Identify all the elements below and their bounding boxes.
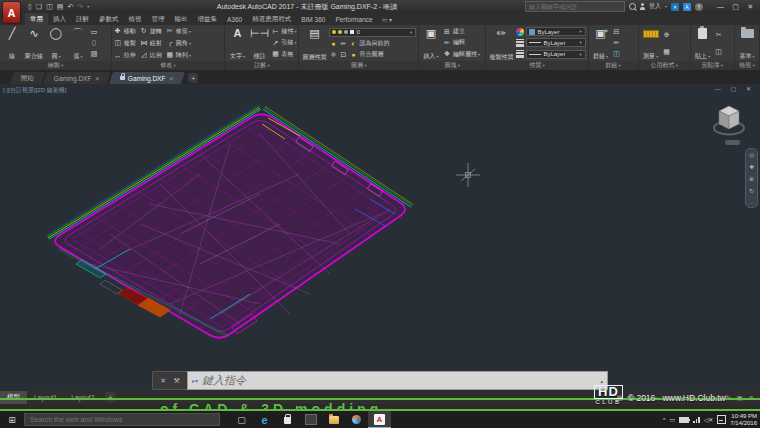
dimension-button[interactable]: ⊢⊣ 標註 <box>249 26 269 60</box>
text-button[interactable]: A 文字 <box>227 26 247 60</box>
lineweight-select[interactable]: ByLayer ▼ <box>526 38 585 47</box>
ungroup-icon[interactable]: ⊟ <box>613 28 621 36</box>
hatch-icon[interactable]: ▨ <box>90 50 98 58</box>
make-current-button[interactable]: ● ✏ ◐ 設為目前的 <box>329 40 415 48</box>
command-input[interactable]: ▸▾ 鍵入指令 ▴ <box>187 371 608 390</box>
paste-button[interactable]: 貼上 <box>693 26 713 60</box>
tab-parametric[interactable]: 參數式 <box>94 13 124 25</box>
help-search-input[interactable] <box>525 1 625 12</box>
base-button[interactable]: 基準 <box>737 26 757 60</box>
polar-toggle-icon[interactable]: ◔▾ <box>651 392 660 403</box>
wifi-icon[interactable] <box>693 417 700 423</box>
table-button[interactable]: ▦表格 <box>271 50 296 58</box>
steering-wheel-icon[interactable]: ◎ <box>749 151 754 158</box>
app-icon-dark[interactable] <box>299 411 322 428</box>
tab-output[interactable]: 輸出 <box>170 13 193 25</box>
customize-menu-icon[interactable]: ≡ <box>747 392 756 403</box>
group-button[interactable]: ▣✶ 群組 <box>591 26 611 60</box>
quick-select-icon[interactable]: ⊕ <box>663 31 671 39</box>
plot-icon[interactable]: ▤ <box>57 3 64 11</box>
insert-block-button[interactable]: ▣ 插入 <box>421 26 441 60</box>
tray-window-icon[interactable]: ▭ <box>669 416 675 423</box>
open-icon[interactable]: ❏ <box>36 3 42 11</box>
group-selection-icon[interactable]: ◫ <box>613 50 621 58</box>
fullscreen-toggle-icon[interactable]: ▣ <box>735 392 744 403</box>
edit-attributes-button[interactable]: ❖編輯屬性 <box>443 50 480 58</box>
trim-button[interactable]: ✂修剪 <box>166 27 191 35</box>
ellipse-icon[interactable]: ⬯ <box>90 39 98 47</box>
close-icon[interactable]: ✕ <box>95 75 100 82</box>
workspace-switch-icon[interactable]: ⚙▾ <box>723 392 732 403</box>
stretch-button[interactable]: ↔拉伸 <box>114 51 136 59</box>
layer-select[interactable]: 0 ▼ <box>329 28 415 37</box>
wcs-menu[interactable] <box>725 140 740 145</box>
osnap-toggle-icon[interactable]: ⊡▾ <box>675 392 684 403</box>
application-menu-button[interactable]: A <box>3 2 20 23</box>
tab-annotate[interactable]: 註解 <box>71 13 94 25</box>
tray-clock[interactable]: 10:49 PM 7/14/2016 <box>730 413 757 427</box>
minimize-button[interactable]: — <box>713 1 728 12</box>
tab-a360[interactable]: A360 <box>222 13 247 25</box>
copy-button[interactable]: ◫複製 <box>114 39 136 47</box>
viewcube[interactable] <box>711 100 747 144</box>
file-tab-gaming-2[interactable]: Gaming.DXF ✕ <box>109 72 185 84</box>
tab-view[interactable]: 檢視 <box>124 13 147 25</box>
tab-model[interactable]: 模型 <box>0 391 27 404</box>
file-tab-gaming-1[interactable]: Gaming.DXF ✕ <box>43 72 111 84</box>
signin-dropdown-icon[interactable]: ▾ <box>665 4 667 9</box>
close-icon[interactable]: ✕ <box>160 377 166 385</box>
rotate-button[interactable]: ↻旋轉 <box>140 27 162 35</box>
calculator-icon[interactable]: ▦ <box>663 48 671 56</box>
match-layer-button[interactable]: ❄ ⊡ ● 符合圖層 <box>329 51 415 59</box>
create-block-button[interactable]: ⊞建立 <box>443 28 480 36</box>
help-icon[interactable]: ? <box>695 3 703 11</box>
taskbar-search-input[interactable] <box>24 413 220 426</box>
drawing-window-controls[interactable]: — ▢ ✕ <box>715 85 755 92</box>
arc-button[interactable]: ⌒ 弧 <box>68 26 88 60</box>
linetype-select[interactable]: ByLayer ▼ <box>526 50 585 59</box>
a360-icon[interactable]: A <box>683 3 691 11</box>
grid-toggle-icon[interactable]: ▦ <box>615 392 624 403</box>
drawing-viewport[interactable]: [-][自訂視景][2D 線架構] — ▢ ✕ ◎ ✚ ⊕ ↻ … ✕ ⚒ ▸▾… <box>0 84 760 391</box>
group-edit-icon[interactable]: ✏ <box>613 39 621 47</box>
undo-icon[interactable]: ↶ <box>67 3 73 11</box>
autocad-taskbar-icon[interactable]: A <box>368 411 391 428</box>
volume-muted-icon[interactable]: ◁✕ <box>704 416 714 423</box>
tab-bim360[interactable]: BIM 360 <box>296 13 330 25</box>
redo-icon[interactable]: ↷ <box>77 3 83 11</box>
task-view-button[interactable]: ▢ <box>230 411 253 428</box>
more-tools-icon[interactable]: … <box>749 199 755 205</box>
app-icon-globe[interactable] <box>345 411 368 428</box>
search-icon[interactable] <box>629 3 636 10</box>
action-center-icon[interactable] <box>717 415 726 424</box>
new-layout-button[interactable]: + <box>105 392 115 402</box>
tab-layout1[interactable]: Layout1 <box>27 391 64 404</box>
exchange-apps-icon[interactable]: ✕ <box>671 3 679 11</box>
circle-button[interactable]: ◯ 圓 <box>46 26 66 60</box>
close-button[interactable]: ✕ <box>743 1 758 12</box>
annotation-scale-icon[interactable]: ▭▾ <box>711 392 720 403</box>
maximize-button[interactable]: ▢ <box>728 1 743 12</box>
viewport-controls[interactable]: [-][自訂視景][2D 線架構] <box>3 86 66 95</box>
dynamic-input-toggle-icon[interactable]: ⌖ <box>699 392 708 403</box>
rectangle-icon[interactable]: ▭ <box>90 28 98 36</box>
customize-icon[interactable]: ▴ <box>600 378 603 384</box>
pan-icon[interactable]: ✚ <box>749 163 754 170</box>
new-icon[interactable]: ▯ <box>28 3 32 11</box>
sign-in-button[interactable]: 登入 <box>649 2 661 11</box>
lineweight-toggle-icon[interactable]: ≣ <box>687 392 696 403</box>
close-icon[interactable]: ✕ <box>168 75 173 82</box>
recent-commands-icon[interactable]: ▸▾ <box>192 377 198 384</box>
orbit-icon[interactable]: ↻ <box>749 187 754 194</box>
edge-icon[interactable]: e <box>253 411 276 428</box>
snap-toggle-icon[interactable]: ▩▾ <box>627 392 636 403</box>
move-button[interactable]: ✚移動 <box>114 27 136 35</box>
zoom-icon[interactable]: ⊕ <box>749 175 754 182</box>
tray-expand-icon[interactable]: ^ <box>663 417 666 423</box>
ortho-toggle-icon[interactable]: ∟ <box>639 392 648 403</box>
fillet-button[interactable]: ╭圓角 <box>166 39 191 47</box>
scale-button[interactable]: ◿比例 <box>140 51 162 59</box>
copy-clip-icon[interactable]: ◫ <box>715 48 723 56</box>
leader-button[interactable]: ↗引線 <box>271 39 296 47</box>
object-color-select[interactable]: ByLayer ▼ <box>526 27 585 36</box>
